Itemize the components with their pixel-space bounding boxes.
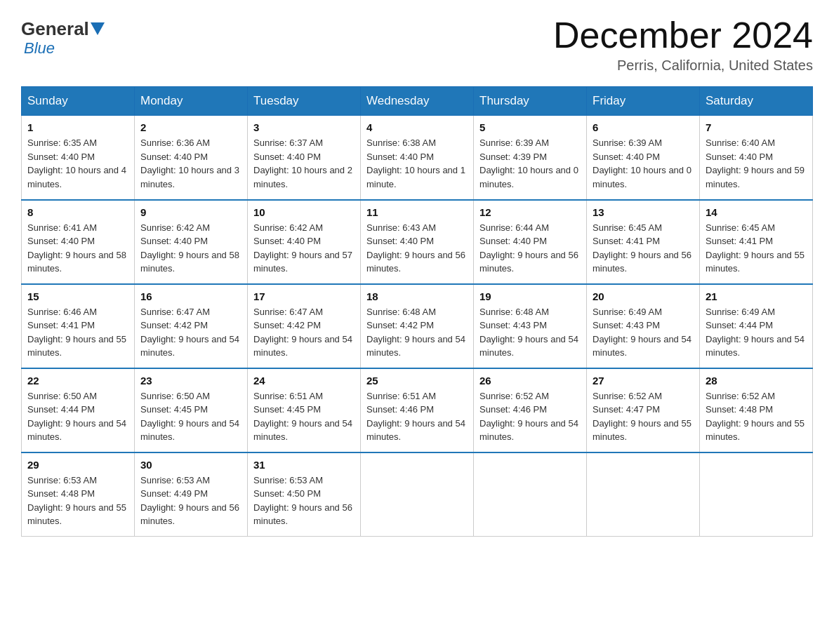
day-info: Sunrise: 6:46 AM Sunset: 4:41 PM Dayligh… (27, 305, 128, 360)
day-number: 13 (593, 206, 694, 218)
day-info: Sunrise: 6:37 AM Sunset: 4:40 PM Dayligh… (253, 136, 355, 191)
day-info: Sunrise: 6:47 AM Sunset: 4:42 PM Dayligh… (140, 305, 241, 360)
day-number: 25 (366, 375, 468, 387)
day-info: Sunrise: 6:39 AM Sunset: 4:39 PM Dayligh… (479, 136, 581, 191)
header-sunday: Sunday (22, 87, 135, 116)
calendar-cell: 17 Sunrise: 6:47 AM Sunset: 4:42 PM Dayl… (248, 284, 361, 368)
day-info: Sunrise: 6:50 AM Sunset: 4:45 PM Dayligh… (140, 389, 241, 444)
day-number: 3 (253, 121, 355, 133)
calendar-cell: 31 Sunrise: 6:53 AM Sunset: 4:50 PM Dayl… (248, 452, 361, 537)
day-info: Sunrise: 6:36 AM Sunset: 4:40 PM Dayligh… (140, 136, 241, 191)
day-number: 24 (253, 375, 355, 387)
day-number: 5 (479, 121, 581, 133)
logo-blue-text: Blue (24, 39, 55, 58)
calendar-cell: 6 Sunrise: 6:39 AM Sunset: 4:40 PM Dayli… (587, 116, 700, 200)
day-number: 7 (706, 121, 807, 133)
week-row-4: 22 Sunrise: 6:50 AM Sunset: 4:44 PM Dayl… (22, 368, 813, 452)
calendar-cell: 15 Sunrise: 6:46 AM Sunset: 4:41 PM Dayl… (22, 284, 135, 368)
day-number: 31 (253, 459, 355, 471)
day-info: Sunrise: 6:53 AM Sunset: 4:50 PM Dayligh… (253, 474, 355, 528)
day-number: 12 (479, 206, 581, 218)
calendar-cell: 29 Sunrise: 6:53 AM Sunset: 4:48 PM Dayl… (22, 452, 135, 537)
calendar-cell: 28 Sunrise: 6:52 AM Sunset: 4:48 PM Dayl… (700, 368, 813, 452)
day-number: 26 (479, 375, 581, 387)
week-row-1: 1 Sunrise: 6:35 AM Sunset: 4:40 PM Dayli… (22, 116, 813, 200)
day-number: 16 (140, 290, 241, 302)
day-number: 15 (27, 290, 128, 302)
calendar-cell: 22 Sunrise: 6:50 AM Sunset: 4:44 PM Dayl… (22, 368, 135, 452)
day-info: Sunrise: 6:42 AM Sunset: 4:40 PM Dayligh… (140, 221, 241, 276)
day-number: 10 (253, 206, 355, 218)
calendar-cell: 27 Sunrise: 6:52 AM Sunset: 4:47 PM Dayl… (587, 368, 700, 452)
week-row-2: 8 Sunrise: 6:41 AM Sunset: 4:40 PM Dayli… (22, 200, 813, 284)
day-number: 19 (479, 290, 581, 302)
day-info: Sunrise: 6:40 AM Sunset: 4:40 PM Dayligh… (706, 136, 807, 191)
day-info: Sunrise: 6:41 AM Sunset: 4:40 PM Dayligh… (27, 221, 128, 276)
calendar-cell: 4 Sunrise: 6:38 AM Sunset: 4:40 PM Dayli… (361, 116, 474, 200)
logo-triangle-icon (91, 22, 105, 35)
day-number: 1 (27, 121, 128, 133)
day-info: Sunrise: 6:52 AM Sunset: 4:47 PM Dayligh… (593, 389, 694, 444)
calendar-cell (700, 452, 813, 537)
day-number: 29 (27, 459, 128, 471)
calendar-cell: 10 Sunrise: 6:42 AM Sunset: 4:40 PM Dayl… (248, 200, 361, 284)
day-number: 2 (140, 121, 241, 133)
day-info: Sunrise: 6:49 AM Sunset: 4:43 PM Dayligh… (593, 305, 694, 360)
calendar-cell: 8 Sunrise: 6:41 AM Sunset: 4:40 PM Dayli… (22, 200, 135, 284)
day-number: 30 (140, 459, 241, 471)
title-area: December 2024 Perris, California, United… (553, 14, 813, 74)
calendar-cell: 19 Sunrise: 6:48 AM Sunset: 4:43 PM Dayl… (474, 284, 587, 368)
day-info: Sunrise: 6:44 AM Sunset: 4:40 PM Dayligh… (479, 221, 581, 276)
month-year-title: December 2024 (553, 14, 813, 56)
day-info: Sunrise: 6:38 AM Sunset: 4:40 PM Dayligh… (366, 136, 468, 191)
calendar-cell: 21 Sunrise: 6:49 AM Sunset: 4:44 PM Dayl… (700, 284, 813, 368)
calendar-cell: 20 Sunrise: 6:49 AM Sunset: 4:43 PM Dayl… (587, 284, 700, 368)
calendar-cell: 7 Sunrise: 6:40 AM Sunset: 4:40 PM Dayli… (700, 116, 813, 200)
day-number: 20 (593, 290, 694, 302)
calendar-cell: 5 Sunrise: 6:39 AM Sunset: 4:39 PM Dayli… (474, 116, 587, 200)
day-info: Sunrise: 6:51 AM Sunset: 4:46 PM Dayligh… (366, 389, 468, 444)
day-info: Sunrise: 6:53 AM Sunset: 4:48 PM Dayligh… (27, 474, 128, 528)
calendar-cell: 1 Sunrise: 6:35 AM Sunset: 4:40 PM Dayli… (22, 116, 135, 200)
day-info: Sunrise: 6:49 AM Sunset: 4:44 PM Dayligh… (706, 305, 807, 360)
day-info: Sunrise: 6:52 AM Sunset: 4:46 PM Dayligh… (479, 389, 581, 444)
day-info: Sunrise: 6:39 AM Sunset: 4:40 PM Dayligh… (593, 136, 694, 191)
header: General Blue December 2024 Perris, Calif… (21, 14, 813, 74)
calendar-cell: 12 Sunrise: 6:44 AM Sunset: 4:40 PM Dayl… (474, 200, 587, 284)
day-info: Sunrise: 6:48 AM Sunset: 4:43 PM Dayligh… (479, 305, 581, 360)
calendar-cell: 30 Sunrise: 6:53 AM Sunset: 4:49 PM Dayl… (135, 452, 248, 537)
day-number: 22 (27, 375, 128, 387)
calendar-cell: 14 Sunrise: 6:45 AM Sunset: 4:41 PM Dayl… (700, 200, 813, 284)
day-number: 9 (140, 206, 241, 218)
day-number: 23 (140, 375, 241, 387)
day-info: Sunrise: 6:48 AM Sunset: 4:42 PM Dayligh… (366, 305, 468, 360)
day-info: Sunrise: 6:50 AM Sunset: 4:44 PM Dayligh… (27, 389, 128, 444)
day-number: 27 (593, 375, 694, 387)
calendar-cell: 24 Sunrise: 6:51 AM Sunset: 4:45 PM Dayl… (248, 368, 361, 452)
day-number: 17 (253, 290, 355, 302)
weekday-header-row: Sunday Monday Tuesday Wednesday Thursday… (22, 87, 813, 116)
day-number: 18 (366, 290, 468, 302)
day-number: 11 (366, 206, 468, 218)
header-wednesday: Wednesday (361, 87, 474, 116)
day-info: Sunrise: 6:35 AM Sunset: 4:40 PM Dayligh… (27, 136, 128, 191)
day-info: Sunrise: 6:51 AM Sunset: 4:45 PM Dayligh… (253, 389, 355, 444)
day-info: Sunrise: 6:45 AM Sunset: 4:41 PM Dayligh… (593, 221, 694, 276)
calendar-cell (587, 452, 700, 537)
calendar-cell (361, 452, 474, 537)
day-number: 6 (593, 121, 694, 133)
header-friday: Friday (587, 87, 700, 116)
day-number: 4 (366, 121, 468, 133)
header-thursday: Thursday (474, 87, 587, 116)
location-subtitle: Perris, California, United States (553, 58, 813, 74)
calendar-cell: 13 Sunrise: 6:45 AM Sunset: 4:41 PM Dayl… (587, 200, 700, 284)
day-number: 21 (706, 290, 807, 302)
calendar-cell: 23 Sunrise: 6:50 AM Sunset: 4:45 PM Dayl… (135, 368, 248, 452)
logo-general-text: General (21, 20, 89, 38)
day-number: 14 (706, 206, 807, 218)
calendar-cell (474, 452, 587, 537)
day-info: Sunrise: 6:47 AM Sunset: 4:42 PM Dayligh… (253, 305, 355, 360)
calendar-cell: 2 Sunrise: 6:36 AM Sunset: 4:40 PM Dayli… (135, 116, 248, 200)
day-info: Sunrise: 6:45 AM Sunset: 4:41 PM Dayligh… (706, 221, 807, 276)
day-info: Sunrise: 6:43 AM Sunset: 4:40 PM Dayligh… (366, 221, 468, 276)
